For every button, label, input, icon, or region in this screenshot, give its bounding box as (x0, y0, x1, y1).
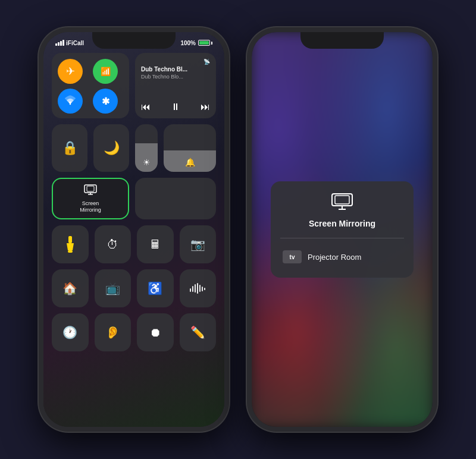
music-title: Dub Techno Bl... (141, 66, 210, 73)
cc-fourth-row: ⏱ 🖩 📷 (52, 225, 216, 263)
svg-rect-12 (199, 285, 201, 292)
svg-rect-9 (192, 286, 193, 292)
svg-rect-14 (204, 288, 205, 290)
left-phone: iFiCall ▲ VPN 🧭 🎧 100% (39, 27, 229, 432)
right-phone: Screen Mirroring tv Projector Room (247, 27, 437, 432)
apple-tv-item[interactable]: tv Projector Room (280, 246, 404, 268)
camera-button[interactable]: 📷 (180, 225, 217, 263)
battery-fill (199, 41, 209, 45)
wifi-button[interactable] (58, 89, 83, 114)
popup-icon (280, 193, 404, 214)
music-controls: ⏮ ⏸ ⏭ (141, 102, 210, 112)
screen-mirror-icon (84, 184, 97, 198)
popup-divider (280, 238, 404, 238)
status-left: iFiCall (55, 40, 84, 46)
brightness-icon: ☀ (143, 158, 151, 167)
cellular-button[interactable]: 📶 (93, 59, 118, 84)
svg-rect-16 (335, 196, 349, 204)
svg-rect-11 (197, 283, 198, 294)
hearing-button[interactable]: 👂 (95, 313, 131, 351)
torch-button[interactable] (52, 225, 89, 263)
control-center: ✈ 📶 ✱ 📡 Dub Techno Bl... D (52, 53, 216, 415)
signal-bars (55, 40, 64, 46)
signal-bar-1 (55, 43, 57, 46)
battery-indicator (198, 40, 212, 46)
rotation-lock-button[interactable]: 🔒 (52, 124, 87, 172)
svg-rect-5 (68, 236, 72, 243)
svg-rect-10 (195, 284, 196, 293)
battery-tip (211, 42, 212, 45)
svg-rect-7 (68, 250, 73, 253)
music-airplay-icon[interactable]: 📡 (141, 59, 210, 65)
device-name-label: Projector Room (308, 253, 361, 262)
cellular-signal: 📶 (101, 67, 111, 76)
popup-title: Screen Mirroring (280, 219, 404, 228)
screen-mirroring-popup: Screen Mirroring tv Projector Room (271, 181, 414, 278)
carrier-label: iFiCall (66, 40, 84, 46)
next-button[interactable]: ⏭ (201, 102, 210, 112)
battery-body (198, 40, 210, 46)
signal-bar-2 (58, 42, 60, 46)
connectivity-panel: ✈ 📶 ✱ (52, 53, 129, 118)
calculator-button[interactable]: 🖩 (137, 225, 174, 263)
notes-button[interactable]: ✏️ (180, 313, 217, 351)
prev-button[interactable]: ⏮ (141, 102, 151, 112)
svg-rect-13 (202, 287, 203, 291)
svg-rect-2 (87, 186, 94, 191)
play-pause-button[interactable]: ⏸ (171, 102, 180, 112)
clock-button[interactable]: 🕐 (52, 313, 89, 351)
apple-tv-icon: tv (283, 250, 302, 263)
cc-second-row: 🔒 🌙 ☀ 🔔 (52, 124, 216, 172)
cc-third-row: ScreenMirroring (52, 178, 216, 219)
screen-mirroring-button[interactable]: ScreenMirroring (52, 178, 129, 219)
music-info: 📡 Dub Techno Bl... Dub Techno Blo... (141, 59, 210, 80)
home-button[interactable]: 🏠 (52, 269, 89, 307)
status-right: 100% (180, 40, 212, 46)
music-artist: Dub Techno Blo... (141, 74, 210, 80)
bluetooth-button[interactable]: ✱ (93, 89, 118, 114)
volume-icon: 🔔 (185, 158, 195, 167)
cc-fifth-row: 🏠 📺 ♿ (52, 269, 216, 307)
svg-point-0 (70, 103, 71, 105)
dnd-icon: 🌙 (104, 140, 120, 156)
audio-recognition-button[interactable] (180, 269, 217, 307)
blank-panel-1 (135, 178, 216, 219)
notch (92, 32, 176, 49)
brightness-slider[interactable]: ☀ (135, 124, 158, 172)
accessibility-button[interactable]: ♿ (137, 269, 174, 307)
svg-rect-8 (190, 288, 191, 292)
timer-button[interactable]: ⏱ (95, 225, 131, 263)
do-not-disturb-button[interactable]: 🌙 (93, 124, 129, 172)
cc-sixth-row: 🕐 👂 ⏺ ✏️ (52, 313, 216, 351)
music-panel: 📡 Dub Techno Bl... Dub Techno Blo... ⏮ ⏸… (135, 53, 216, 118)
signal-bar-4 (62, 40, 64, 46)
cc-top-row: ✈ 📶 ✱ 📡 Dub Techno Bl... D (52, 53, 216, 118)
rotation-lock-icon: 🔒 (62, 140, 78, 156)
screen-mirror-label: ScreenMirroring (80, 200, 101, 213)
remote-button[interactable]: 📺 (95, 269, 131, 307)
screen-record-button[interactable]: ⏺ (137, 313, 174, 351)
airplane-button[interactable]: ✈ (58, 59, 83, 84)
volume-slider[interactable]: 🔔 (164, 124, 216, 172)
battery-percent: 100% (180, 40, 196, 46)
popup-header: Screen Mirroring (280, 193, 404, 228)
svg-marker-6 (67, 243, 74, 250)
right-notch (300, 32, 384, 49)
signal-bar-3 (60, 41, 62, 46)
left-phone-screen: iFiCall ▲ VPN 🧭 🎧 100% (43, 32, 224, 427)
